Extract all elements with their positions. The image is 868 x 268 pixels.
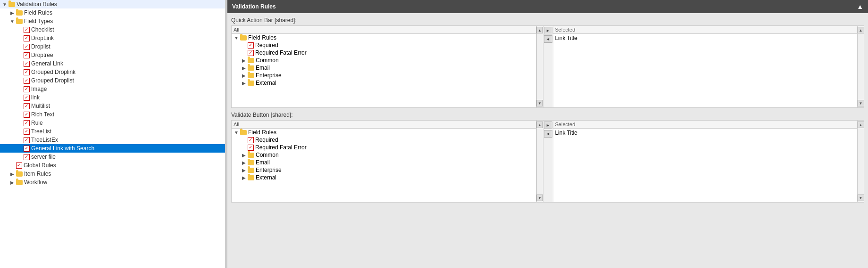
sidebar-item-label: Droptree: [31, 52, 53, 58]
sidebar-item-server-file[interactable]: server file: [0, 153, 225, 161]
all-pane-validate-button: AllField RulesRequiredRequired Fatal Err…: [232, 121, 536, 202]
sidebar-item-validation-rules[interactable]: Validation Rules: [0, 0, 225, 8]
rule-section-label-quick-action-bar: Quick Action Bar [shared]:: [231, 17, 864, 24]
expand-arrow[interactable]: [240, 160, 248, 165]
scroll-up-all[interactable]: ▲: [536, 27, 543, 33]
expand-arrow[interactable]: [240, 81, 248, 86]
sidebar-item-grouped-droplist[interactable]: Grouped Droplist: [0, 76, 225, 85]
tree-item-label: Required: [255, 42, 278, 49]
tree-item-label: Common: [256, 152, 279, 158]
selected-scroll-quick-action-bar[interactable]: Link Title: [553, 34, 858, 107]
rule-section-label-validate-button: Validate Button [shared]:: [231, 112, 864, 118]
sidebar-item-droptree[interactable]: Droptree: [0, 51, 225, 59]
rule-section-quick-action-bar: Quick Action Bar [shared]:AllField Rules…: [231, 17, 864, 108]
selected-scrollbar-validate-button[interactable]: ▲▼: [857, 121, 864, 202]
scroll-up-selected[interactable]: ▲: [858, 27, 864, 33]
sidebar-item-field-types[interactable]: Field Types: [0, 17, 225, 25]
selected-item[interactable]: Link Title: [553, 129, 858, 137]
all-scroll-validate-button[interactable]: Field RulesRequiredRequired Fatal ErrorC…: [232, 129, 536, 202]
expand-arrow[interactable]: [240, 175, 248, 180]
sidebar-item-general-link-search[interactable]: General Link with Search: [0, 144, 225, 153]
panel-title: Validation Rules: [232, 3, 276, 10]
selected-header-quick-action-bar: Selected: [553, 26, 858, 34]
expand-arrow[interactable]: [240, 73, 248, 78]
expand-arrow[interactable]: [1, 2, 8, 7]
sidebar-item-label: Grouped Droplink: [31, 69, 75, 75]
scroll-down-all[interactable]: ▼: [536, 195, 543, 201]
panel-collapse-button[interactable]: ▲: [857, 3, 863, 10]
expand-arrow[interactable]: [240, 153, 248, 158]
sidebar-item-label: Field Types: [24, 18, 53, 24]
list-controls-quick-action-bar: ► ◄: [543, 26, 553, 107]
sidebar-item-workflow[interactable]: Workflow: [0, 178, 225, 187]
tree-item-required-1[interactable]: Required: [232, 41, 536, 49]
selected-scroll-validate-button[interactable]: Link Title: [553, 129, 858, 202]
sidebar-item-label: Droplist: [31, 43, 50, 50]
expand-arrow[interactable]: [8, 19, 16, 24]
sidebar-item-droplist[interactable]: Droplist: [0, 42, 225, 51]
tree-item-email-1[interactable]: Email: [232, 64, 536, 72]
all-scrollbar-quick-action-bar[interactable]: ▲▼: [536, 26, 543, 107]
tree-item-field-rules-all-1[interactable]: Field Rules: [232, 34, 536, 41]
sidebar-item-label: Rich Text: [31, 111, 54, 118]
dual-list-quick-action-bar: AllField RulesRequiredRequired Fatal Err…: [231, 25, 864, 108]
tree-item-label: Enterprise: [256, 72, 282, 79]
expand-arrow[interactable]: [8, 10, 16, 16]
move-right-btn[interactable]: ►: [544, 122, 552, 129]
expand-arrow[interactable]: [233, 130, 240, 135]
sidebar-item-label: Grouped Droplist: [31, 77, 74, 84]
move-left-btn[interactable]: ◄: [544, 35, 552, 43]
tree-item-email-2[interactable]: Email: [232, 159, 536, 166]
tree-item-label: Field Rules: [248, 34, 276, 41]
tree-item-external-2[interactable]: External: [232, 174, 536, 181]
expand-arrow[interactable]: [240, 168, 248, 173]
sidebar-item-label: TreeListEx: [31, 137, 58, 143]
scroll-up-all[interactable]: ▲: [536, 122, 543, 128]
sidebar-item-link[interactable]: link: [0, 93, 225, 102]
sidebar-item-field-rules[interactable]: Field Rules: [0, 8, 225, 17]
sidebar-item-rule[interactable]: Rule: [0, 119, 225, 127]
tree-item-field-rules-all-2[interactable]: Field Rules: [232, 129, 536, 136]
sidebar-item-general-link[interactable]: General Link: [0, 59, 225, 68]
expand-arrow[interactable]: [8, 171, 16, 177]
scroll-down-all[interactable]: ▼: [536, 100, 543, 106]
tree-item-external-1[interactable]: External: [232, 79, 536, 87]
expand-arrow[interactable]: [240, 58, 248, 63]
tree-item-enterprise-2[interactable]: Enterprise: [232, 166, 536, 174]
move-left-btn[interactable]: ◄: [544, 130, 552, 138]
expand-arrow[interactable]: [8, 180, 16, 185]
sidebar-item-label: General Link with Search: [31, 145, 94, 152]
sidebar-item-label: Global Rules: [24, 162, 56, 169]
tree-item-label: External: [256, 174, 276, 181]
sidebar: Validation RulesField RulesField TypesCh…: [0, 0, 225, 268]
sidebar-item-image[interactable]: Image: [0, 85, 225, 93]
sidebar-item-grouped-droplink[interactable]: Grouped Droplink: [0, 68, 225, 76]
move-right-btn[interactable]: ►: [544, 27, 552, 34]
sidebar-item-multilist[interactable]: Multilist: [0, 102, 225, 110]
tree-item-required-fatal-1[interactable]: Required Fatal Error: [232, 49, 536, 57]
scroll-down-selected[interactable]: ▼: [858, 100, 864, 106]
sidebar-item-treelist[interactable]: TreeList: [0, 127, 225, 136]
tree-item-label: Common: [256, 57, 279, 64]
tree-item-required-2[interactable]: Required: [232, 136, 536, 144]
sidebar-item-rich-text[interactable]: Rich Text: [0, 110, 225, 119]
tree-item-enterprise-1[interactable]: Enterprise: [232, 72, 536, 79]
scroll-down-selected[interactable]: ▼: [858, 195, 864, 201]
scroll-up-selected[interactable]: ▲: [858, 122, 864, 128]
main-panel: Validation Rules ▲ Quick Action Bar [sha…: [227, 0, 868, 268]
sidebar-item-global-rules[interactable]: Global Rules: [0, 161, 225, 170]
expand-arrow[interactable]: [240, 65, 248, 71]
sidebar-item-checklist[interactable]: Checklist: [0, 25, 225, 34]
sidebar-item-item-rules[interactable]: Item Rules: [0, 170, 225, 178]
all-scrollbar-validate-button[interactable]: ▲▼: [536, 121, 543, 202]
tree-item-common-2[interactable]: Common: [232, 151, 536, 159]
selected-scrollbar-quick-action-bar[interactable]: ▲▼: [857, 26, 864, 107]
sidebar-item-droplink[interactable]: DropLink: [0, 34, 225, 42]
sidebar-item-label: General Link: [31, 60, 63, 67]
tree-item-common-1[interactable]: Common: [232, 57, 536, 64]
selected-item[interactable]: Link Title: [553, 34, 858, 42]
tree-item-required-fatal-2[interactable]: Required Fatal Error: [232, 144, 536, 151]
expand-arrow[interactable]: [233, 35, 240, 41]
all-scroll-quick-action-bar[interactable]: Field RulesRequiredRequired Fatal ErrorC…: [232, 34, 536, 107]
sidebar-item-treelistex[interactable]: TreeListEx: [0, 136, 225, 144]
